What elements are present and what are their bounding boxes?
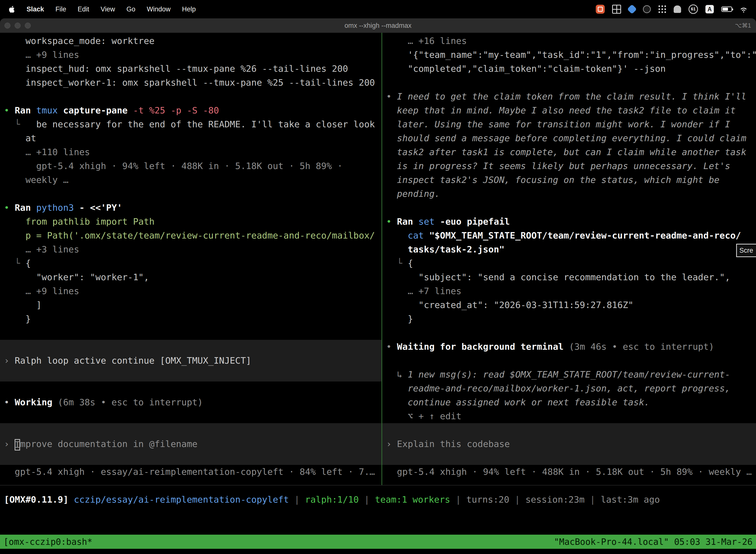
menu-item-file[interactable]: File: [56, 5, 66, 13]
terminal-line: tasks/task-2.json": [386, 242, 752, 257]
terminal-line: "created_at": "2026-03-31T11:59:27.816Z": [386, 298, 752, 312]
text-segment: 1 new msg(s): read $OMX_TEAM_STATE_ROOT/…: [408, 369, 730, 380]
assistant-app-icon[interactable]: [674, 5, 681, 13]
menu-item-view[interactable]: View: [101, 5, 115, 13]
text-segment: continue assigned work or next feasible …: [386, 397, 649, 407]
battery-percentage-badge[interactable]: 61: [689, 4, 698, 14]
titlebar-shortcut-hint: ⌥⌘1: [735, 22, 751, 29]
text-segment: python3: [36, 203, 79, 213]
text-segment: }: [4, 314, 31, 324]
terminal-line: from pathlib import Path: [4, 215, 378, 229]
text-segment: ↳: [386, 369, 408, 380]
text-segment: {: [25, 258, 31, 268]
text-segment: … +9 lines: [4, 50, 79, 60]
input-source-icon[interactable]: A: [705, 5, 714, 13]
terminal-line: }: [386, 312, 752, 326]
text-segment: set: [419, 216, 440, 227]
screen-recording-indicator-icon[interactable]: [596, 5, 605, 14]
text-segment: gpt-5.4 xhigh · 94% left · 488K in · 5.1…: [4, 161, 342, 171]
apple-menu-icon[interactable]: [8, 6, 15, 13]
menu-item-go[interactable]: Go: [126, 5, 135, 13]
text-segment: '{"team_name":"my-team","task_id":"1","f…: [386, 50, 756, 60]
blank-line: [386, 76, 752, 90]
text-segment: {: [408, 258, 413, 268]
wifi-glyph: [740, 5, 748, 13]
text-segment: capture-pane: [63, 105, 133, 115]
prompt-input-left[interactable]: › Improve documentation in @filename: [0, 423, 381, 465]
text-segment: … +7 lines: [386, 286, 461, 296]
text-segment: "created_at": "2026-03-31T11:59:27.816Z": [386, 300, 633, 310]
tmux-session-window-label: [omx-cczip0:bash*: [3, 537, 92, 547]
terminal-line: • Ran tmux capture-pane -t %25 -p -S -80: [4, 104, 378, 117]
text-segment: be necessary for the end of the README. …: [36, 119, 375, 129]
text-segment: gpt-5.4 xhigh · essay/ai-reimplementatio…: [4, 466, 375, 477]
battery-icon[interactable]: [721, 6, 732, 12]
circle-app-icon[interactable]: [643, 5, 651, 13]
close-button[interactable]: [4, 22, 10, 29]
text-segment: tmux: [36, 105, 63, 115]
terminal-line: "subject": "send a concise recommendatio…: [386, 270, 752, 284]
text-segment: inspect_hud: omx sparkshell --tmux-pane …: [4, 63, 348, 74]
session-timer: session:23m: [525, 494, 584, 505]
window-titlebar[interactable]: omx --xhigh --madmax ⌥⌘1: [0, 18, 756, 33]
text-segment: ›: [4, 354, 15, 368]
repo-branch: cczip/essay/ai-reimplementation-copyleft: [74, 494, 289, 505]
tmux-pane-right[interactable]: … +16 lines '{"team_name":"my-team","tas…: [382, 33, 756, 485]
raycast-icon[interactable]: [627, 4, 637, 14]
hud-status-right: gpt-5.4 xhigh · 94% left · 488K in · 5.1…: [386, 465, 752, 479]
terminal-line: at: [4, 131, 378, 145]
menu-item-edit[interactable]: Edit: [78, 5, 89, 13]
bullet: •: [386, 216, 397, 227]
omx-status-line: [OMX#0.11.9] cczip/essay/ai-reimplementa…: [0, 493, 756, 507]
window-title: omx --xhigh --madmax: [344, 22, 412, 30]
menu-item-help[interactable]: Help: [182, 5, 196, 13]
ralph-counter: ralph:1/10: [305, 494, 359, 505]
text-segment: └: [4, 119, 36, 129]
ralph-loop-banner: › Ralph loop active continue [OMX_TMUX_I…: [0, 340, 381, 382]
menu-item-window[interactable]: Window: [147, 5, 171, 13]
bullet: •: [4, 397, 15, 407]
text-cursor: I: [15, 439, 20, 450]
text-segment: ›: [386, 437, 397, 451]
terminal-content: workspace_mode: worktree … +9 lines insp…: [0, 33, 756, 485]
text-segment: |: [359, 494, 375, 505]
omx-version: [OMX#0.11.9]: [4, 494, 68, 505]
text-segment: Ran: [15, 203, 36, 213]
text-segment: - <<'PY': [79, 203, 122, 213]
text-segment: Ran: [15, 105, 36, 115]
terminal-line: gpt-5.4 xhigh · 94% left · 488K in · 5.1…: [4, 159, 378, 173]
menu-app-name[interactable]: Slack: [26, 5, 44, 13]
terminal-line: … +16 lines: [386, 34, 752, 48]
text-segment: "completed","claim_token":"claim-token"}…: [386, 63, 666, 74]
text-segment: ›: [4, 437, 15, 451]
prompt-input-right[interactable]: › Explain this codebase: [382, 423, 756, 465]
tmux-status-bar: [omx-cczip0:bash* "MacBook-Pro-44.local"…: [0, 535, 756, 549]
text-segment: ]: [4, 300, 42, 310]
record-stop-glyph: [598, 7, 603, 12]
apple-logo-icon: [8, 6, 15, 13]
screen-overlay-tooltip: Scre: [736, 244, 756, 257]
zoom-button[interactable]: [25, 22, 31, 29]
app-grid-icon[interactable]: [658, 5, 666, 13]
text-segment: Waiting for background terminal: [397, 341, 569, 352]
terminal-line: • Waiting for background terminal (3m 46…: [386, 340, 752, 354]
tmux-pane-left[interactable]: workspace_mode: worktree … +9 lines insp…: [0, 33, 381, 485]
text-segment: (3m 46s • esc to interrupt): [569, 341, 714, 352]
terminal-line: └ be necessary for the end of the README…: [4, 117, 378, 131]
traffic-lights: [4, 22, 31, 29]
minimize-button[interactable]: [15, 22, 20, 29]
terminal-line: … +3 lines: [4, 242, 378, 257]
text-segment: workspace_mode: worktree: [4, 36, 154, 46]
terminal-line: }: [4, 312, 378, 326]
text-segment: p = Path('.omx/state/team/review-current…: [4, 230, 375, 240]
text-segment: }: [386, 314, 413, 324]
terminal-line: "worker": "worker-1",: [4, 270, 378, 284]
wifi-icon[interactable]: [740, 5, 748, 13]
text-segment: └: [4, 258, 25, 268]
text-segment: Explain this codebase: [397, 437, 510, 451]
window-grid-icon[interactable]: [612, 5, 621, 14]
terminal-line: cat "$OMX_TEAM_STATE_ROOT/team/review-cu…: [386, 229, 752, 242]
text-segment: ⌥ + ↑ edit: [386, 411, 461, 421]
text-segment: … +9 lines: [4, 286, 79, 296]
terminal-line: ]: [4, 298, 378, 312]
